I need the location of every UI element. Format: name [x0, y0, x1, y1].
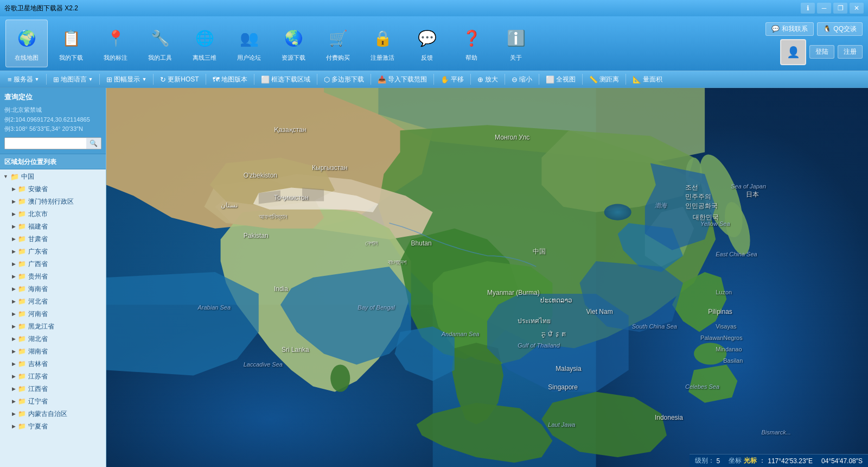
menu-separator-11 — [539, 74, 539, 85]
toolbar-my-download[interactable]: 📋 我的下载 — [50, 20, 92, 67]
menu-server[interactable]: ≡ 服务器 ▼ — [3, 73, 44, 86]
region-title: 区域划分位置列表 — [0, 154, 106, 169]
folder-icon: 📁 — [18, 310, 26, 318]
tree-item[interactable]: ▶📁江苏省 — [0, 370, 106, 383]
menu-update-host[interactable]: ↻ 更新HOST — [156, 73, 203, 86]
menu-select-download-area[interactable]: ⬜ 框选下载区域 — [257, 73, 315, 86]
search-input[interactable] — [5, 138, 86, 149]
map-lang-icon: ⊞ — [53, 75, 59, 84]
close-button[interactable]: ✕ — [850, 3, 864, 14]
toolbar-buy[interactable]: 🛒 付费购买 — [317, 20, 359, 67]
menu-map-lang[interactable]: ⊞ 地图语言 ▼ — [49, 73, 98, 86]
menu-measure-area[interactable]: 📐 量面积 — [628, 73, 667, 86]
feedback-icon: 💬 — [414, 26, 440, 52]
menu-separator-7 — [371, 74, 371, 85]
toolbar-offline-3d[interactable]: 🌐 离线三维 — [183, 20, 226, 67]
activate-label: 注册激活 — [371, 54, 394, 62]
contact-label: 和我联系 — [782, 24, 808, 34]
map-area[interactable]: ҚазақстанМонгол УлсO'zbekistonКыргызстан… — [106, 88, 868, 467]
folder-icon: 📁 — [18, 260, 26, 268]
menu-measure-distance[interactable]: 📏 测距离 — [585, 73, 623, 86]
tree-item[interactable]: ▶📁贵州省 — [0, 270, 106, 283]
tree-item[interactable]: ▶📁广东省 — [0, 245, 106, 258]
folder-icon: 📁 — [18, 323, 26, 330]
level-value: 5 — [717, 457, 720, 465]
tree-item-label: 河北省 — [28, 297, 48, 306]
tree-item[interactable]: ▶📁澳门特别行政区 — [0, 195, 106, 208]
toolbar-activate[interactable]: 🔒 注册激活 — [361, 20, 404, 67]
folder-icon: 📁 — [18, 385, 26, 393]
menu-update-host-label: 更新HOST — [168, 75, 199, 84]
tree-item-label: 宁夏省 — [28, 422, 48, 431]
toolbar-about[interactable]: ℹ️ 关于 — [495, 20, 537, 67]
server-icon: ≡ — [8, 75, 12, 84]
toolbar-my-mark[interactable]: 📍 我的标注 — [94, 20, 137, 67]
toolbar-user-forum[interactable]: 👥 用户论坛 — [228, 20, 270, 67]
menu-full-view[interactable]: ⬜ 全视图 — [541, 73, 580, 86]
coord-lon: 117°42′53.23″E — [768, 457, 813, 465]
tree-item[interactable]: ▶📁北京市 — [0, 208, 106, 220]
menu-map-display[interactable]: ⊞ 图幅显示 ▼ — [102, 73, 151, 86]
folder-icon: 📁 — [18, 410, 26, 418]
tree-item[interactable]: ▶📁辽宁省 — [0, 395, 106, 408]
tree-root-china[interactable]: ▼ 📁 中国 — [0, 171, 106, 183]
toolbar-online-map[interactable]: 🌍 在线地图 — [5, 20, 48, 67]
tree-item[interactable]: ▶📁河南省 — [0, 308, 106, 320]
menu-map-display-label: 图幅显示 — [114, 75, 140, 84]
about-icon: ℹ️ — [503, 26, 529, 52]
menu-separator-2 — [99, 74, 100, 85]
toolbar-my-tools[interactable]: 🔧 我的工具 — [139, 20, 181, 67]
tree-item[interactable]: ▶📁福建省 — [0, 220, 106, 233]
tree-item[interactable]: ▶📁湖北省 — [0, 333, 106, 345]
menu-separator-6 — [317, 74, 317, 85]
toolbar-resource-download[interactable]: 🌏 资源下载 — [272, 20, 315, 67]
tree-item[interactable]: ▶📁江西省 — [0, 383, 106, 395]
minimize-button[interactable]: ─ — [817, 3, 831, 14]
tree-arrow-icon: ▶ — [12, 274, 16, 279]
tree-item[interactable]: ▶📁甘肃省 — [0, 233, 106, 245]
toolbar-feedback[interactable]: 💬 反馈 — [406, 20, 448, 67]
tree-item[interactable]: ▶📁黑龙江省 — [0, 320, 106, 333]
tree-item[interactable]: ▶📁海南省 — [0, 283, 106, 295]
zoom-out-icon: ⊖ — [512, 75, 518, 84]
menu-separator-12 — [582, 74, 583, 85]
menu-polygon-label: 多边形下载 — [331, 75, 364, 84]
tree-arrow-icon: ▶ — [12, 249, 16, 254]
search-button[interactable]: 🔍 — [86, 138, 101, 149]
tree-item[interactable]: ▶📁广西省 — [0, 258, 106, 270]
search-title: 查询定位 — [4, 92, 101, 102]
folder-icon: 📁 — [18, 235, 26, 243]
menu-import-range[interactable]: 📥 导入下载范围 — [373, 73, 431, 86]
tree-item[interactable]: ▶📁吉林省 — [0, 358, 106, 370]
tree-item[interactable]: ▶📁宁夏省 — [0, 420, 106, 433]
tree-arrow-icon: ▶ — [12, 374, 16, 379]
tree-item[interactable]: ▶📁内蒙古自治区 — [0, 408, 106, 420]
contact-us-button[interactable]: 💬 和我联系 — [765, 22, 814, 36]
measure-area-icon: 📐 — [633, 75, 641, 84]
resource-download-icon: 🌏 — [280, 26, 307, 52]
search-section: 查询定位 例:北京紫禁城 例2:104.09691724,30.62114865… — [0, 88, 106, 154]
menu-zoom-out[interactable]: ⊖ 缩小 — [507, 73, 537, 86]
full-view-icon: ⬜ — [546, 75, 554, 84]
tree-item[interactable]: ▶📁湖南省 — [0, 345, 106, 358]
my-download-icon: 📋 — [58, 26, 84, 52]
menu-map-version[interactable]: 🗺 地图版本 — [208, 73, 252, 86]
info-button[interactable]: ℹ — [801, 3, 815, 14]
login-button[interactable]: 登陆 — [809, 45, 834, 59]
tree-arrow-icon: ▶ — [12, 299, 16, 304]
titlebar: 谷歌卫星地图下载器 X2.2 ℹ ─ ❐ ✕ — [0, 0, 868, 16]
qq-chat-button[interactable]: 🐧 QQ交谈 — [817, 22, 863, 36]
menu-polygon-download[interactable]: ⬡ 多边形下载 — [320, 73, 368, 86]
tree-arrow-icon: ▶ — [12, 411, 16, 416]
tree-arrow-icon: ▶ — [12, 224, 16, 229]
menu-pan[interactable]: ✋ 平移 — [436, 73, 468, 86]
tree-item[interactable]: ▶📁安徽省 — [0, 183, 106, 195]
register-button[interactable]: 注册 — [838, 45, 863, 59]
restore-button[interactable]: ❐ — [833, 3, 847, 14]
app-title: 谷歌卫星地图下载器 X2.2 — [4, 4, 78, 13]
tree-arrow-icon: ▶ — [12, 424, 16, 429]
tree-item[interactable]: ▶📁河北省 — [0, 295, 106, 308]
menu-zoom-in[interactable]: ⊕ 放大 — [473, 73, 502, 86]
folder-icon: 📁 — [18, 397, 26, 405]
toolbar-help[interactable]: ❓ 帮助 — [450, 20, 493, 67]
